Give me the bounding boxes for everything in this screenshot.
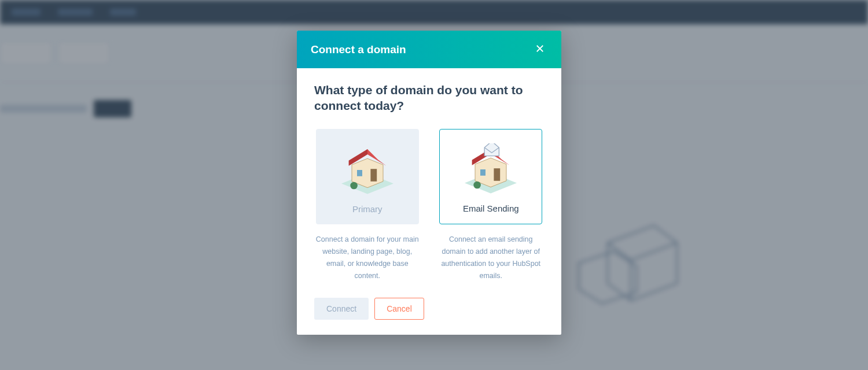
close-button[interactable] [532,41,547,58]
svg-rect-4 [357,170,362,176]
svg-point-13 [474,181,481,188]
option-primary-desc: Connect a domain for your main website, … [314,234,421,283]
svg-marker-14 [484,143,499,156]
option-email-label: Email Sending [463,204,519,213]
modal-question: What type of domain do you want to conne… [314,82,544,114]
svg-rect-5 [370,169,377,182]
modal-body: What type of domain do you want to conne… [297,68,561,335]
connect-domain-modal: Connect a domain What type of domain do … [297,31,561,335]
svg-rect-12 [494,168,501,181]
house-icon [336,144,399,196]
option-email-col: Email Sending Connect an email sending d… [438,129,545,283]
cancel-button[interactable]: Cancel [374,298,424,320]
svg-rect-11 [480,169,486,176]
domain-type-options: Primary Connect a domain for your main w… [314,129,544,283]
modal-title: Connect a domain [311,43,406,56]
svg-point-6 [350,182,358,189]
modal-footer: Connect Cancel [314,298,544,320]
option-email-card[interactable]: Email Sending [439,129,542,224]
option-primary-card: Primary [316,129,419,224]
option-primary-label: Primary [352,204,382,214]
house-envelope-icon [459,143,523,195]
option-primary-col: Primary Connect a domain for your main w… [314,129,421,283]
connect-button[interactable]: Connect [314,298,369,320]
option-email-desc: Connect an email sending domain to add a… [438,234,545,283]
modal-header: Connect a domain [297,31,561,68]
close-icon [535,47,545,56]
